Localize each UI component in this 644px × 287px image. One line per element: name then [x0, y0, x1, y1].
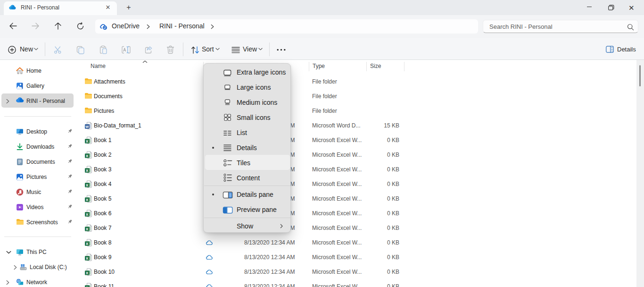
svg-text:X: X — [86, 139, 89, 144]
svg-text:X: X — [86, 183, 89, 187]
svg-text:X: X — [86, 227, 89, 231]
svg-text:X: X — [86, 256, 89, 261]
svg-text:X: X — [86, 212, 89, 217]
svg-text:X: X — [86, 154, 89, 158]
svg-text:X: X — [86, 169, 89, 173]
svg-text:X: X — [86, 271, 89, 275]
svg-text:X: X — [86, 198, 89, 202]
svg-text:X: X — [86, 242, 89, 246]
svg-text:W: W — [85, 125, 89, 129]
